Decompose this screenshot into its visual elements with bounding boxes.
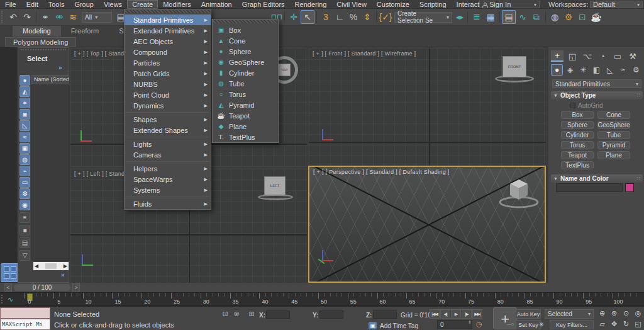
selection-filter-dropdown[interactable]: All ▾ (82, 12, 112, 23)
explorer-list-view-icon[interactable]: ≡ (19, 212, 30, 223)
sphere-button[interactable]: Sphere (561, 121, 594, 129)
frame-spinner[interactable]: ⇕ (468, 320, 472, 325)
select-object-button[interactable]: ↖ (301, 10, 314, 24)
menu-item-compound[interactable]: Compound ▶ (125, 47, 211, 57)
select-and-move-icon[interactable]: ✛ (287, 10, 301, 24)
object-type-rollout[interactable]: ▼ Object Type ∷ (551, 91, 643, 100)
key-filter-set-dropdown[interactable]: Selected ▾ (545, 309, 594, 319)
menu-item-systems[interactable]: Systems ▶ (125, 185, 211, 195)
menu-item-extended-primitives[interactable]: Extended Primitives ▶ (125, 25, 211, 36)
time-back-button[interactable]: < (4, 283, 12, 292)
pyramid-button[interactable]: Pyramid (597, 141, 630, 149)
display-hidden-icon[interactable]: ◉ (19, 200, 30, 210)
redo-icon[interactable]: ↷ (20, 10, 34, 24)
autogrid-checkbox[interactable] (570, 103, 575, 108)
zoom-extents-icon[interactable]: ⊙ (621, 309, 631, 318)
object-color-swatch[interactable] (625, 183, 634, 192)
display-helpers-icon[interactable]: ◺ (19, 120, 30, 131)
menu-item-cameras[interactable]: Cameras ▶ (125, 149, 211, 160)
menu-item-fluids[interactable]: Fluids ▶ (125, 198, 211, 209)
time-forward-button[interactable]: > (72, 283, 80, 292)
menu-create[interactable]: Create (127, 0, 158, 9)
explorer-properties-icon[interactable]: ▤ (19, 237, 30, 248)
percent-snap-icon[interactable]: % (347, 10, 360, 24)
menu-item-dynamics[interactable]: Dynamics ▶ (125, 100, 211, 111)
cone-button[interactable]: Cone (597, 111, 630, 119)
trackbar-grip[interactable] (1, 295, 4, 304)
menu-item-aec-objects[interactable]: AEC Objects ▶ (125, 36, 211, 47)
go-to-start-button[interactable]: |◀◀ (430, 309, 440, 319)
submenu-item-pyramid[interactable]: ◭ Pyramid (213, 100, 278, 110)
current-frame-field[interactable]: 0 (437, 320, 472, 329)
explorer-select-all-icon[interactable]: ■ (19, 225, 30, 236)
menu-item-point-cloud[interactable]: Point Cloud ▶ (125, 89, 211, 100)
polygon-modeling-panel[interactable]: Polygon Modeling (5, 37, 76, 47)
submenu-item-cylinder[interactable]: ▮ Cylinder (213, 67, 278, 78)
submenu-item-cone[interactable]: ▲ Cone (213, 35, 278, 46)
cylinder-button[interactable]: Cylinder (561, 131, 594, 139)
menu-item-shapes[interactable]: Shapes ▶ (125, 114, 211, 125)
torus-button[interactable]: Torus (561, 141, 594, 149)
coordinate-display-icon[interactable]: ⊞ (247, 309, 257, 319)
align-layers-icon[interactable]: ≣ (470, 10, 484, 24)
workspace-dropdown[interactable]: Default ▾ (590, 1, 643, 8)
time-configuration-icon[interactable]: ◷ (476, 320, 482, 328)
menu-item-patch-grids[interactable]: Patch Grids ▶ (125, 68, 211, 79)
zoom-all-icon[interactable]: ⊛ (609, 309, 619, 318)
previous-frame-button[interactable]: ◀| (440, 309, 450, 319)
menu-scripting[interactable]: Scripting (414, 0, 452, 9)
zoom-extents-all-icon[interactable]: ◎ (633, 309, 643, 318)
tab-create[interactable]: ＋ (551, 50, 564, 62)
submenu-item-torus[interactable]: ○ Torus (213, 89, 278, 100)
display-objects-icon[interactable]: ▭ (19, 177, 30, 188)
geometry-category-dropdown[interactable]: Standard Primitives ▾ (552, 79, 641, 88)
menu-modifiers[interactable]: Modifiers (158, 0, 196, 9)
mirror-icon[interactable]: ◀▶ (454, 10, 465, 24)
set-key-button[interactable]: Set Key (516, 320, 541, 329)
display-geometry-icon[interactable]: ● (19, 75, 30, 86)
tab-utilities[interactable]: ⚒ (626, 50, 639, 62)
pan-view-icon[interactable]: ✥ (609, 319, 619, 329)
curve-editor-icon[interactable]: ∿ (516, 10, 530, 24)
explorer-overflow-chevrons[interactable]: » (58, 64, 62, 71)
menu-item-particles[interactable]: Particles ▶ (125, 57, 211, 68)
rendered-frame-window-icon[interactable]: ⊡ (575, 10, 589, 24)
display-spacewarps-icon[interactable]: ≈ (19, 132, 30, 142)
display-lights-icon[interactable]: ✶ (19, 98, 30, 108)
menu-tearoff-strip[interactable] (213, 20, 277, 23)
x-coordinate-field[interactable] (266, 310, 290, 319)
display-shapes-icon[interactable]: ◭ (19, 86, 30, 97)
category-lights-icon[interactable]: ☀ (577, 64, 589, 76)
menu-rendering[interactable]: Rendering (290, 0, 332, 9)
rollout-pin-icon[interactable]: ∷ (637, 176, 640, 181)
mini-curve-editor-icon[interactable]: ∿ (8, 295, 13, 304)
tube-button[interactable]: Tube (597, 131, 630, 139)
tab-hierarchy[interactable]: ⌥ (581, 50, 594, 62)
menu-item-extended-shapes[interactable]: Extended Shapes ▶ (125, 125, 211, 135)
time-slider[interactable]: 0 / 100 (13, 283, 71, 292)
menu-item-lights[interactable]: Lights ▶ (125, 139, 211, 149)
layer-explorer-icon[interactable]: ▦ (484, 10, 497, 24)
y-coordinate-field[interactable] (319, 310, 343, 319)
category-systems-icon[interactable]: ⚙ (630, 64, 642, 76)
field-of-view-icon[interactable]: ▱ (597, 319, 608, 329)
render-setup-icon[interactable]: ⚙ (562, 10, 575, 24)
auto-key-button[interactable]: Auto Key (516, 309, 541, 319)
viewcube-face[interactable]: LEFT (264, 176, 286, 195)
material-editor-icon[interactable]: ◍ (548, 10, 562, 24)
viewport-perspective[interactable]: [ + ] [ Perspective ] [ Standard ] [ Def… (308, 166, 546, 283)
rollout-pin-icon[interactable]: ∷ (637, 93, 640, 98)
tab-modify[interactable]: ◱ (566, 50, 579, 62)
named-selection-sets-icon[interactable]: {✓} (379, 10, 392, 24)
add-time-tag[interactable]: ▣ Add Time Tag (369, 322, 418, 329)
character-icon[interactable]: ✳ (538, 321, 544, 329)
go-to-end-button[interactable]: ▶▶| (472, 309, 482, 319)
plane-button[interactable]: Plane (597, 151, 630, 159)
category-spacewarps-icon[interactable]: ≈ (617, 64, 629, 76)
undo-icon[interactable]: ↶ (6, 10, 20, 24)
ribbon-tab-freeform[interactable]: Freeform (61, 26, 109, 37)
unlink-selection-icon[interactable]: ⚮ (52, 10, 66, 24)
explorer-column-header[interactable]: Name (Sorted A (31, 75, 69, 84)
snaps-toggle-3d-icon[interactable]: 3 (319, 10, 333, 24)
explorer-filter-funnel-icon[interactable]: ▽ (19, 250, 30, 261)
